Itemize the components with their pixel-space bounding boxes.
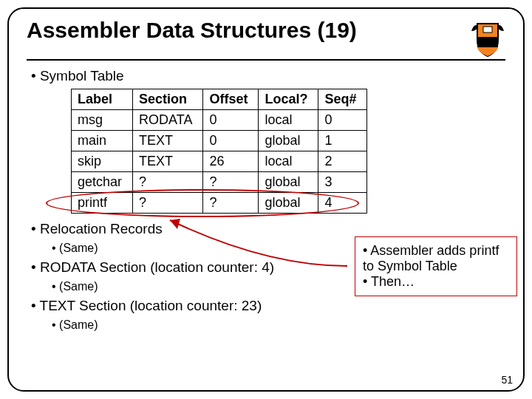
col-section: Section: [133, 89, 203, 110]
col-label: Label: [72, 89, 133, 110]
col-seq: Seq#: [318, 89, 367, 110]
princeton-crest-icon: [470, 18, 505, 58]
table-row: skip TEXT 26 local 2: [72, 151, 367, 172]
page-number: 51: [501, 374, 513, 386]
bullet-same: (Same): [52, 318, 505, 332]
table-row: msg RODATA 0 local 0: [72, 110, 367, 131]
svg-rect-0: [477, 37, 498, 47]
bullet-symbol-table: Symbol Table: [31, 68, 505, 84]
table-row: printf ? ? global 4: [72, 193, 367, 214]
callout-box: Assembler adds printf to Symbol Table Th…: [355, 236, 517, 296]
col-local: Local?: [259, 89, 318, 110]
title-divider: [27, 59, 505, 61]
bullet-relocation: Relocation Records: [31, 221, 505, 237]
title-row: Assembler Data Structures (19): [27, 18, 505, 58]
svg-rect-1: [483, 27, 492, 33]
col-offset: Offset: [203, 89, 259, 110]
slide-frame: Assembler Data Structures (19) Symbol Ta…: [7, 7, 525, 392]
bullet-text: TEXT Section (location counter: 23): [31, 298, 505, 314]
callout-line: Assembler adds printf to Symbol Table: [363, 243, 509, 274]
symbol-table: Label Section Offset Local? Seq# msg ROD…: [71, 89, 367, 214]
table-header-row: Label Section Offset Local? Seq#: [72, 89, 367, 110]
callout-line: Then…: [363, 274, 509, 290]
table-row: main TEXT 0 global 1: [72, 131, 367, 151]
table-row: getchar ? ? global 3: [72, 172, 367, 193]
slide-title: Assembler Data Structures (19): [27, 18, 357, 43]
